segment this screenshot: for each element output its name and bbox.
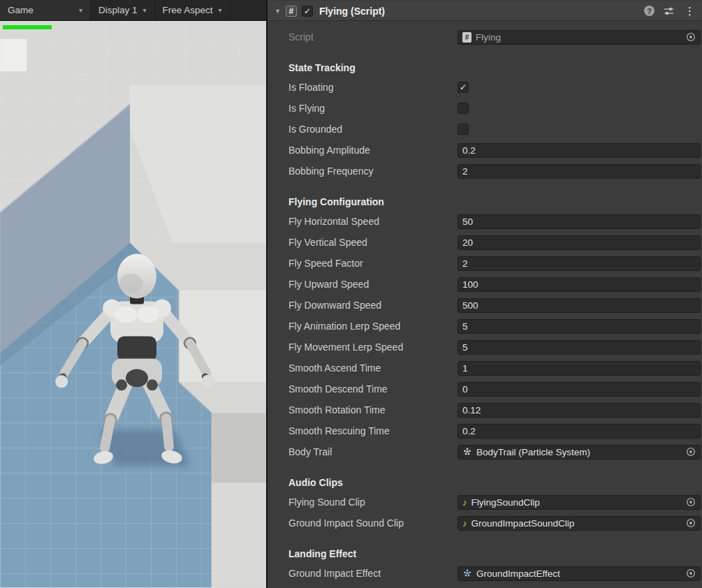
property-label: Fly Upward Speed [288, 279, 458, 290]
aspect-ratio-dropdown[interactable]: Free Aspect ▾ [155, 0, 231, 20]
game-scene-render [0, 21, 266, 587]
bobbing-amplitude-field[interactable]: 0.2 [458, 143, 701, 158]
property-label: Smooth Descend Time [288, 383, 458, 395]
component-enabled-checkbox[interactable] [302, 6, 313, 17]
audio-clip-icon: ♪ [462, 497, 467, 508]
game-view-panel: Game ▾ Display 1 ▾ Free Aspect ▾ [0, 0, 268, 588]
property-label: Smooth Rescuing Time [288, 425, 458, 436]
property-row: Fly Speed Factor 2 [268, 253, 702, 274]
property-row: Fly Vertical Speed 20 [268, 232, 702, 253]
property-row: Ground Impact Sound Clip ♪ GroundImpactS… [268, 513, 702, 534]
property-row: Fly Movement Lerp Speed 5 [268, 337, 702, 358]
fly-animation-lerp-speed-field[interactable]: 5 [458, 319, 701, 334]
property-label: Fly Vertical Speed [288, 237, 458, 248]
csharp-script-icon: # [286, 6, 297, 17]
fly-vertical-speed-field[interactable]: 20 [458, 235, 701, 250]
section-header-flying-configuration: Flying Configuration [268, 193, 702, 211]
property-row: Fly Animation Lerp Speed 5 [268, 316, 702, 337]
game-view-tab[interactable]: Game ▾ [0, 0, 91, 20]
object-name: Flying [476, 32, 501, 43]
property-label: Ground Impact Effect [288, 568, 458, 579]
script-object-field[interactable]: # Flying [458, 30, 701, 45]
property-label: Is Grounded [288, 124, 458, 135]
object-picker-icon[interactable] [682, 568, 696, 578]
property-row: Is Floating [268, 77, 702, 98]
section-header-state-tracking: State Tracking [268, 59, 702, 77]
smooth-rotation-time-field[interactable]: 0.12 [458, 403, 701, 418]
more-options-icon[interactable]: ⋮ [683, 5, 696, 17]
property-row: Smooth Descend Time 0 [268, 378, 702, 399]
object-name: FlyingSoundClip [471, 497, 540, 508]
property-row-script: Script # Flying [268, 27, 702, 47]
property-row: Bobbing Frequency 2 [268, 161, 702, 182]
object-name: GroundImpactSoundClip [471, 518, 575, 529]
field-value: 5 [462, 321, 468, 332]
property-label: Is Floating [288, 82, 458, 93]
property-row: Body Trail BodyTrail (Particle System) [268, 441, 702, 462]
property-label: Ground Impact Sound Clip [288, 517, 458, 529]
property-label: Smooth Ascend Time [288, 362, 458, 374]
field-value: 100 [462, 279, 478, 290]
property-row: Ground Impact Effect GroundImpactEffect [268, 563, 702, 584]
bobbing-frequency-field[interactable]: 2 [458, 164, 701, 179]
smooth-rescuing-time-field[interactable]: 0.2 [458, 424, 701, 439]
field-value: 0.2 [462, 426, 476, 436]
display-dropdown-label: Display 1 [98, 5, 138, 15]
aspect-dropdown-label: Free Aspect [163, 5, 213, 15]
chevron-down-icon: ▾ [79, 6, 82, 14]
property-label: Flying Sound Clip [288, 497, 458, 508]
inspector-panel: ▼ # Flying (Script) ? ⋮ Script # Flying … [268, 0, 702, 588]
property-label: Bobbing Frequency [288, 166, 458, 177]
property-row: Fly Upward Speed 100 [268, 274, 702, 295]
object-picker-icon[interactable] [682, 447, 696, 457]
chevron-down-icon: ▾ [143, 6, 147, 14]
body-trail-object-field[interactable]: BodyTrail (Particle System) [458, 445, 701, 460]
section-header-landing-effect: Landing Effect [268, 545, 702, 563]
property-row: Smooth Ascend Time 1 [268, 358, 702, 378]
field-value: 2 [462, 258, 468, 269]
component-title: Flying (Script) [319, 6, 385, 17]
object-picker-icon[interactable] [682, 32, 696, 42]
property-label: Bobbing Amplitude [288, 145, 458, 156]
fly-downward-speed-field[interactable]: 500 [458, 298, 701, 313]
field-value: 0.12 [462, 405, 481, 416]
unity-editor-window: Game ▾ Display 1 ▾ Free Aspect ▾ [0, 0, 702, 588]
display-dropdown[interactable]: Display 1 ▾ [91, 0, 155, 20]
is-flying-checkbox[interactable] [458, 103, 469, 114]
property-label: Smooth Rotation Time [288, 404, 458, 416]
property-label: Is Flying [288, 103, 458, 114]
ground-impact-effect-object-field[interactable]: GroundImpactEffect [458, 566, 701, 581]
component-header[interactable]: ▼ # Flying (Script) ? ⋮ [268, 1, 702, 21]
is-grounded-checkbox[interactable] [458, 124, 469, 135]
property-row: Fly Downward Speed 500 [268, 295, 702, 316]
property-label: Fly Horizontal Speed [288, 216, 458, 227]
fly-movement-lerp-speed-field[interactable]: 5 [458, 340, 701, 355]
object-name: GroundImpactEffect [476, 568, 560, 579]
script-file-icon: # [462, 32, 471, 43]
field-value: 1 [462, 363, 468, 374]
property-label: Fly Animation Lerp Speed [288, 321, 458, 332]
fly-speed-factor-field[interactable]: 2 [458, 256, 701, 271]
presets-icon[interactable] [664, 6, 674, 16]
fly-horizontal-speed-field[interactable]: 50 [458, 214, 701, 229]
property-label: Fly Downward Speed [288, 300, 458, 311]
smooth-descend-time-field[interactable]: 0 [458, 382, 701, 397]
object-name: BodyTrail (Particle System) [476, 447, 590, 457]
object-picker-icon[interactable] [682, 497, 696, 507]
property-label: Fly Speed Factor [288, 258, 458, 269]
is-floating-checkbox[interactable] [458, 82, 469, 93]
property-row: Bobbing Amplitude 0.2 [268, 140, 702, 161]
object-picker-icon[interactable] [682, 518, 696, 528]
foldout-arrow-icon[interactable]: ▼ [275, 8, 281, 15]
field-value: 500 [462, 300, 478, 311]
ground-impact-sound-clip-object-field[interactable]: ♪ GroundImpactSoundClip [458, 516, 701, 531]
field-value: 5 [462, 342, 468, 353]
game-scene-viewport [0, 21, 266, 587]
flying-sound-clip-object-field[interactable]: ♪ FlyingSoundClip [458, 495, 701, 510]
fly-upward-speed-field[interactable]: 100 [458, 277, 701, 292]
help-icon[interactable]: ? [644, 6, 655, 16]
property-row: Fly Horizontal Speed 50 [268, 211, 702, 232]
property-label: Body Trail [288, 446, 458, 457]
smooth-ascend-time-field[interactable]: 1 [458, 361, 701, 376]
field-value: 0 [462, 384, 468, 395]
